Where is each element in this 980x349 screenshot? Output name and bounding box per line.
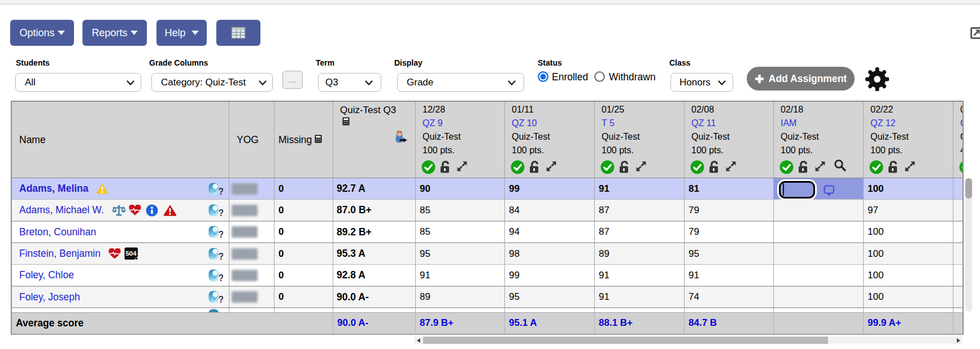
svg-text:?: ? [219, 295, 224, 304]
svg-text:504: 504 [125, 250, 137, 257]
svg-text:?: ? [219, 273, 224, 282]
svg-text:?: ? [219, 208, 224, 217]
svg-text:?: ? [219, 251, 224, 260]
svg-text:?: ? [219, 186, 224, 195]
svg-text:?: ? [219, 230, 224, 239]
